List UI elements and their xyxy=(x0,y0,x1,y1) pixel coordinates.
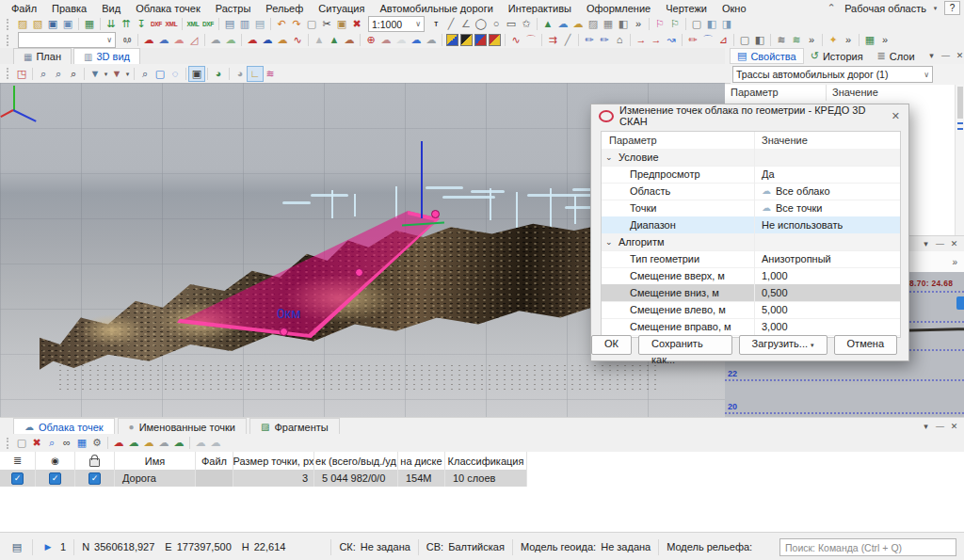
table-editor-icon[interactable]: ▦ xyxy=(82,17,97,31)
panel-menu-icon[interactable]: ▾ xyxy=(920,420,932,434)
properties-param-column[interactable]: Параметр xyxy=(725,85,827,101)
ellipse-icon[interactable]: ◯ xyxy=(474,17,489,31)
close-icon[interactable]: ✕ xyxy=(948,237,960,251)
tab-properties[interactable]: ▤ Свойства xyxy=(731,49,803,63)
text-icon[interactable]: T xyxy=(428,17,443,31)
new-cloud-icon[interactable]: ▢ xyxy=(14,436,29,450)
cloud-strike-icon[interactable]: ∿ xyxy=(290,33,305,47)
draw-contour-icon[interactable]: ⌂ xyxy=(612,33,627,47)
cloud-section-icon[interactable]: ☁ xyxy=(378,33,394,47)
visibility-column-icon[interactable]: ◉ xyxy=(36,452,75,470)
lasso-select-icon[interactable]: ◌ xyxy=(168,67,183,81)
tent-icon[interactable]: ▲ xyxy=(312,33,327,47)
tab-point-clouds[interactable]: ☁ Облака точек xyxy=(13,418,115,435)
tab-plan[interactable]: ▦ План xyxy=(13,48,72,64)
command-search-input[interactable] xyxy=(779,538,956,556)
cable-green-icon[interactable]: ≋ xyxy=(789,33,804,47)
road-vertex-marker[interactable] xyxy=(280,328,288,336)
cloud-size-cell[interactable]: 3 xyxy=(233,470,314,487)
menu-decoration[interactable]: Оформление xyxy=(579,2,658,15)
cloud-points-cell[interactable]: 5 044 982/0/0 xyxy=(314,470,398,487)
view-window-icon[interactable]: ▢ xyxy=(737,33,752,47)
dialog-row-points[interactable]: Точки ☁Все точки xyxy=(602,200,900,217)
cut-icon[interactable]: ✂ xyxy=(319,17,334,31)
classify-4-icon[interactable] xyxy=(490,35,500,45)
locate-cloud-icon[interactable]: ⌕ xyxy=(44,436,59,450)
close-icon[interactable]: ✕ xyxy=(954,49,964,63)
clipboard-view-icon[interactable]: ▣ xyxy=(189,67,204,81)
open-icon[interactable]: ▨ xyxy=(15,17,30,31)
arrow-curve-icon[interactable]: ↝ xyxy=(664,33,679,47)
curve-icon[interactable]: ∿ xyxy=(508,33,523,47)
minimize-icon[interactable]: — xyxy=(934,237,946,251)
workspace-dropdown-icon[interactable]: ▾ xyxy=(932,1,939,15)
rect-icon[interactable]: ▭ xyxy=(504,17,519,31)
dialog-row-offset-right[interactable]: Смещение вправо, м 3,000 xyxy=(602,318,900,336)
cloud-import-icon[interactable]: ☁ xyxy=(555,17,570,31)
zoom-out-icon[interactable]: ⌕ xyxy=(66,67,81,81)
stack-column-icon[interactable]: ≣ xyxy=(0,452,36,470)
import-model-icon[interactable]: ⇊ xyxy=(104,17,119,31)
section-icon[interactable]: ⊕ xyxy=(363,33,378,47)
window-layout-icon[interactable]: ◧ xyxy=(704,17,719,31)
filter-visibility-icon[interactable]: ▼ xyxy=(88,67,103,81)
menu-interactives[interactable]: Интерактивы xyxy=(501,2,579,15)
help-button[interactable]: ? xyxy=(944,1,960,15)
panel-menu-icon[interactable]: ▾ xyxy=(925,49,938,63)
view-mosaic-icon[interactable]: ◧ xyxy=(752,33,767,47)
menu-drawings[interactable]: Чертежи xyxy=(658,2,715,15)
menu-point-clouds[interactable]: Облака точек xyxy=(128,2,208,15)
object-selector-combobox[interactable]: Трассы автомобильных дорог (1) ∨ xyxy=(732,66,933,83)
save-as-button[interactable]: Сохранить как... xyxy=(638,335,732,355)
dialog-row-preview[interactable]: Предпросмотр Да xyxy=(602,166,900,184)
cloud-badge-blue-icon[interactable]: ☁ xyxy=(260,33,275,47)
dialog-row-condition-group[interactable]: ⌄ Условие xyxy=(602,149,900,167)
corner-icon[interactable]: ⊿ xyxy=(715,33,731,47)
cloud-name-cell[interactable]: Дорога xyxy=(115,470,196,487)
arrow-offset-icon[interactable]: → xyxy=(649,33,664,47)
menu-edit[interactable]: Правка xyxy=(44,2,94,15)
cable-icon[interactable]: ≋ xyxy=(774,33,789,47)
polygon-icon[interactable]: ✩ xyxy=(519,17,534,31)
globe-color-icon[interactable]: ◕ xyxy=(211,67,226,81)
section-planes-icon[interactable]: ≋ xyxy=(263,67,278,81)
workspace-label[interactable]: Рабочая область xyxy=(844,3,926,14)
overflow-icon[interactable]: » xyxy=(631,17,646,31)
circle-icon[interactable]: ○ xyxy=(489,17,504,31)
profile-overflow-icon[interactable]: » xyxy=(952,257,960,267)
overflow-icon[interactable]: » xyxy=(804,33,819,47)
cloud-gray-icon[interactable]: ☁ xyxy=(208,33,223,47)
tab-fragments[interactable]: ▨ Фрагменты xyxy=(249,418,340,435)
angle-icon[interactable]: ∠ xyxy=(458,17,474,31)
dialog-row-algorithm-group[interactable]: ⌄ Алгоритм xyxy=(602,233,900,251)
panel-menu-icon[interactable]: ▾ xyxy=(920,237,932,251)
dialog-value-column[interactable]: Значение xyxy=(755,132,900,149)
cancel-button[interactable]: Отмена xyxy=(834,335,897,355)
cloud-settings-icon[interactable]: ⚙ xyxy=(89,436,104,450)
undo-icon[interactable]: ↶ xyxy=(274,17,289,31)
save-icon[interactable]: ▣ xyxy=(45,17,60,31)
dialog-param-column[interactable]: Параметр xyxy=(602,132,755,149)
import-fragment-icon[interactable]: ▤ xyxy=(222,17,237,31)
cloud-dot-icon[interactable]: ☁ xyxy=(409,33,424,47)
road-green-icon[interactable]: ▦ xyxy=(862,33,877,47)
menu-situation[interactable]: Ситуация xyxy=(311,2,372,15)
cloud-pin-icon[interactable]: ☁ xyxy=(275,33,290,47)
points-count-column[interactable]: ек (всего/выд./уд xyxy=(314,452,398,470)
cloud-export-icon[interactable]: ☁ xyxy=(141,436,156,450)
cloud-green-icon[interactable]: ☁ xyxy=(223,33,238,47)
toolbar-grip[interactable] xyxy=(7,68,11,79)
cloud-cut-icon[interactable]: ☁ xyxy=(342,33,357,47)
road-end-marker[interactable] xyxy=(431,210,440,218)
open-project-icon[interactable]: ▧ xyxy=(30,17,45,31)
overflow-icon[interactable]: » xyxy=(841,33,856,47)
dash-line-icon[interactable]: ╱ xyxy=(560,33,575,47)
minimize-icon[interactable]: — xyxy=(934,420,946,434)
dialog-title-bar[interactable]: Изменение точек облака по геометрии - КР… xyxy=(591,104,908,127)
dialog-row-geometry-type[interactable]: Тип геометрии Анизотропный xyxy=(602,250,900,268)
menu-rasters[interactable]: Растры xyxy=(208,2,259,15)
toolbar-grip[interactable] xyxy=(7,35,11,46)
slope-icon[interactable]: ◿ xyxy=(186,33,201,47)
select-search-icon[interactable]: ⌕ xyxy=(137,67,153,81)
object-selector-dropdown-icon[interactable]: ∨ xyxy=(924,71,929,79)
